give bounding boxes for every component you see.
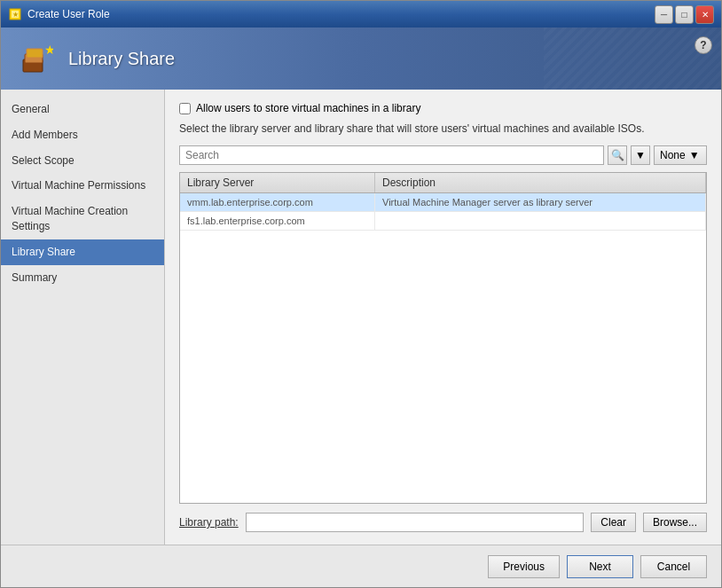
- svg-text:★: ★: [44, 43, 53, 57]
- content-panel: Allow users to store virtual machines in…: [165, 90, 721, 545]
- search-button[interactable]: 🔍: [608, 145, 627, 165]
- sidebar-item-select-scope[interactable]: Select Scope: [1, 148, 164, 174]
- close-button[interactable]: ✕: [695, 5, 714, 24]
- next-button[interactable]: Next: [567, 555, 633, 578]
- table-header: Library Server Description: [180, 173, 706, 193]
- title-bar-buttons: ─ □ ✕: [655, 5, 714, 24]
- filter-dropdown-value: None: [660, 149, 686, 161]
- table-container: Library Server Description vmm.lab.enter…: [179, 172, 707, 504]
- description-text: Select the library server and library sh…: [179, 122, 707, 137]
- sidebar: General Add Members Select Scope Virtual…: [1, 90, 165, 545]
- sidebar-item-add-members[interactable]: Add Members: [1, 122, 164, 148]
- filter-dropdown[interactable]: None ▼: [654, 145, 707, 165]
- title-bar: ★ Create User Role ─ □ ✕: [1, 1, 721, 27]
- header-title: Library Share: [68, 49, 175, 69]
- search-input[interactable]: [179, 145, 604, 165]
- sidebar-item-vm-permissions[interactable]: Virtual Machine Permissions: [1, 173, 164, 199]
- col-header-description: Description: [375, 173, 706, 192]
- checkbox-label[interactable]: Allow users to store virtual machines in…: [196, 102, 420, 114]
- table-cell-description: Virtual Machine Manager server as librar…: [375, 193, 706, 211]
- header-area: ★ Library Share ?: [1, 27, 721, 90]
- sidebar-item-general[interactable]: General: [1, 97, 164, 122]
- svg-text:★: ★: [12, 11, 19, 19]
- library-path-row: Library path: Clear Browse...: [179, 513, 707, 532]
- sidebar-item-summary[interactable]: Summary: [1, 265, 164, 291]
- clear-button[interactable]: Clear: [591, 513, 636, 532]
- footer: Previous Next Cancel: [1, 545, 721, 587]
- table-cell-server: fs1.lab.enterprise.corp.com: [180, 212, 375, 230]
- svg-rect-5: [27, 49, 43, 58]
- table-cell-description: [375, 212, 706, 230]
- allow-library-checkbox[interactable]: [179, 103, 191, 114]
- col-header-server: Library Server: [180, 173, 375, 192]
- previous-button[interactable]: Previous: [488, 555, 560, 578]
- help-button[interactable]: ?: [695, 36, 712, 54]
- table-row[interactable]: vmm.lab.enterprise.corp.com Virtual Mach…: [180, 193, 706, 212]
- search-row: 🔍 ▼ None ▼: [179, 145, 707, 165]
- library-path-input[interactable]: [246, 513, 585, 532]
- table-row[interactable]: fs1.lab.enterprise.corp.com: [180, 212, 706, 231]
- header-decoration: [544, 27, 721, 90]
- library-path-label: Library path:: [179, 516, 239, 529]
- filter-dropdown-arrow: ▼: [689, 149, 700, 161]
- main-window: ★ Create User Role ─ □ ✕ ★ Library Share…: [0, 0, 722, 588]
- sidebar-item-vm-creation[interactable]: Virtual Machine Creation Settings: [1, 199, 164, 239]
- window-title: Create User Role: [27, 8, 655, 20]
- sidebar-item-library-share[interactable]: Library Share: [1, 239, 164, 265]
- window-icon: ★: [8, 7, 22, 21]
- maximize-button[interactable]: □: [675, 5, 694, 24]
- header-icon: ★: [19, 41, 54, 76]
- main-content: General Add Members Select Scope Virtual…: [1, 90, 721, 545]
- search-dropdown-button[interactable]: ▼: [631, 145, 650, 165]
- cancel-button[interactable]: Cancel: [640, 555, 707, 578]
- checkbox-row: Allow users to store virtual machines in…: [179, 102, 707, 114]
- browse-button[interactable]: Browse...: [643, 513, 707, 532]
- minimize-button[interactable]: ─: [655, 5, 673, 24]
- table-cell-server: vmm.lab.enterprise.corp.com: [180, 193, 375, 211]
